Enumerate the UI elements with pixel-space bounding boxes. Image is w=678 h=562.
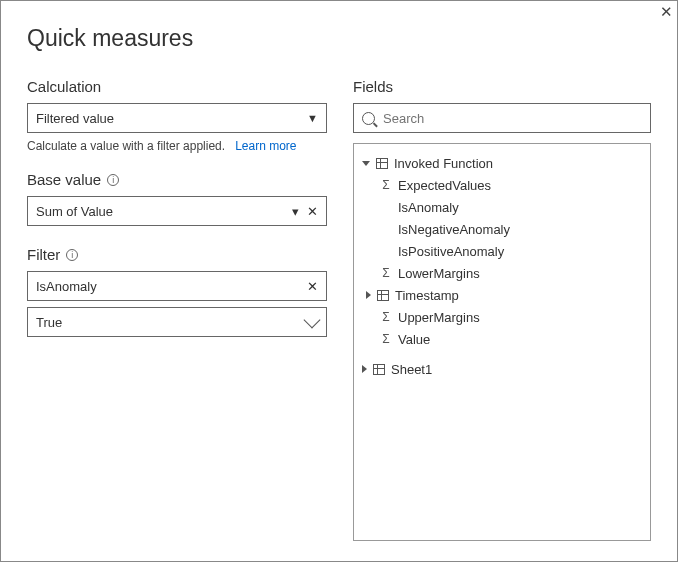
- table-icon: [373, 364, 385, 375]
- tree-table-invoked[interactable]: Invoked Function: [360, 152, 644, 174]
- expand-icon[interactable]: [366, 291, 371, 299]
- tree-field[interactable]: Σ ExpectedValues: [360, 174, 644, 196]
- info-icon[interactable]: i: [66, 249, 78, 261]
- filter-field-input[interactable]: IsAnomaly ✕: [27, 271, 327, 301]
- base-value-label: Base value i: [27, 171, 327, 188]
- calculation-panel: Calculation Filtered value ▼ Calculate a…: [27, 78, 327, 541]
- fields-tree: Invoked Function Σ ExpectedValues IsAnom…: [353, 143, 651, 541]
- tree-field[interactable]: IsPositiveAnomaly: [360, 240, 644, 262]
- caret-down-icon: ▼: [307, 112, 318, 124]
- fields-label: Fields: [353, 78, 651, 95]
- tree-table-sheet1[interactable]: Sheet1: [360, 358, 644, 380]
- calculation-help: Calculate a value with a filter applied.…: [27, 139, 327, 153]
- chevron-down-icon: [304, 312, 321, 329]
- expand-icon[interactable]: [362, 365, 367, 373]
- quick-measures-dialog: ✕ Quick measures Calculation Filtered va…: [0, 0, 678, 562]
- base-value-text: Sum of Value: [36, 204, 113, 219]
- calculation-label: Calculation: [27, 78, 327, 95]
- filter-value-text: True: [36, 315, 62, 330]
- sigma-icon: Σ: [380, 178, 392, 192]
- tree-field[interactable]: IsNegativeAnomaly: [360, 218, 644, 240]
- search-input[interactable]: [383, 111, 642, 126]
- calculation-value: Filtered value: [36, 111, 114, 126]
- fields-search[interactable]: [353, 103, 651, 133]
- table-icon: [376, 158, 388, 169]
- sigma-icon: Σ: [380, 310, 392, 324]
- filter-value-select[interactable]: True: [27, 307, 327, 337]
- dialog-title: Quick measures: [27, 25, 651, 52]
- close-icon[interactable]: ✕: [660, 3, 673, 21]
- filter-label: Filter i: [27, 246, 327, 263]
- info-icon[interactable]: i: [107, 174, 119, 186]
- filter-field-text: IsAnomaly: [36, 279, 97, 294]
- base-value-field[interactable]: Sum of Value ▾ ✕: [27, 196, 327, 226]
- learn-more-link[interactable]: Learn more: [235, 139, 296, 153]
- tree-field[interactable]: Σ LowerMargins: [360, 262, 644, 284]
- search-icon: [362, 112, 375, 125]
- expand-icon[interactable]: [362, 161, 370, 166]
- tree-field[interactable]: IsAnomaly: [360, 196, 644, 218]
- tree-field[interactable]: Σ UpperMargins: [360, 306, 644, 328]
- sigma-icon: Σ: [380, 266, 392, 280]
- clear-icon[interactable]: ✕: [307, 204, 318, 219]
- clear-icon[interactable]: ✕: [307, 279, 318, 294]
- fields-panel: Fields Invoked Function Σ ExpectedValues…: [353, 78, 651, 541]
- sigma-icon: Σ: [380, 332, 392, 346]
- tree-field[interactable]: Timestamp: [360, 284, 644, 306]
- tree-field[interactable]: Σ Value: [360, 328, 644, 350]
- table-icon: [377, 290, 389, 301]
- caret-down-icon[interactable]: ▾: [292, 204, 299, 219]
- calculation-select[interactable]: Filtered value ▼: [27, 103, 327, 133]
